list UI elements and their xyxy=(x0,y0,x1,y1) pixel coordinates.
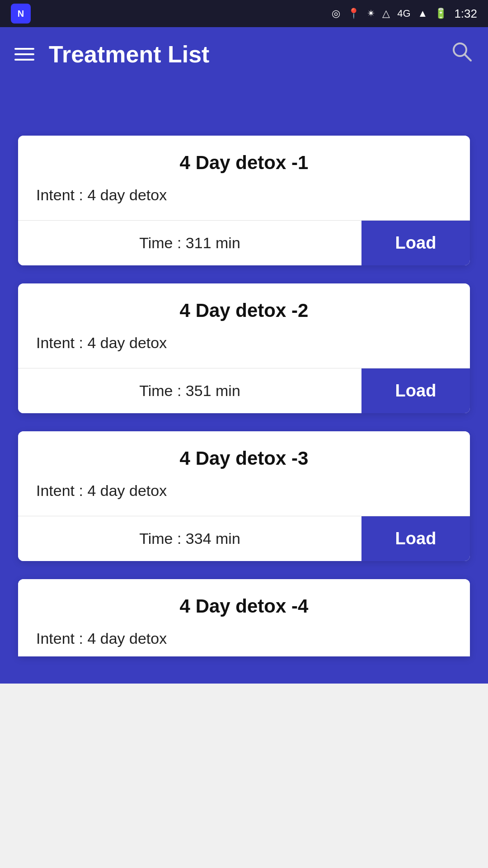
location-icon: 📍 xyxy=(347,8,360,19)
menu-button[interactable] xyxy=(14,48,34,61)
card-time-3: Time : 334 min xyxy=(18,516,361,561)
signal-strength-icon: ▲ xyxy=(418,8,428,19)
page-title: Treatment List xyxy=(49,41,450,68)
status-bar: N ◎ 📍 ✴ △ 4G ▲ 🔋 1:32 xyxy=(0,0,488,27)
card-intent-4: Intent : 4 day detox xyxy=(36,630,452,647)
bluetooth-icon: ✴ xyxy=(367,8,375,19)
battery-icon: 🔋 xyxy=(435,8,447,19)
status-bar-right: ◎ 📍 ✴ △ 4G ▲ 🔋 1:32 xyxy=(332,7,477,21)
card-body-2: 4 Day detox -2 Intent : 4 day detox xyxy=(18,283,470,368)
app-header: Treatment List xyxy=(0,27,488,81)
status-time: 1:32 xyxy=(454,7,477,21)
card-title-4: 4 Day detox -4 xyxy=(36,595,452,617)
card-body-3: 4 Day detox -3 Intent : 4 day detox xyxy=(18,431,470,516)
card-body-4: 4 Day detox -4 Intent : 4 day detox xyxy=(18,579,470,656)
card-footer-1: Time : 311 min Load xyxy=(18,220,470,265)
header-spacer xyxy=(0,81,488,136)
search-button[interactable] xyxy=(450,40,474,69)
signal-icon: △ xyxy=(382,8,390,19)
card-body-1: 4 Day detox -1 Intent : 4 day detox xyxy=(18,136,470,220)
card-intent-3: Intent : 4 day detox xyxy=(36,482,452,500)
load-button-1[interactable]: Load xyxy=(361,221,470,265)
card-title-1: 4 Day detox -1 xyxy=(36,152,452,174)
load-button-2[interactable]: Load xyxy=(361,368,470,413)
treatment-card-4: 4 Day detox -4 Intent : 4 day detox xyxy=(18,579,470,656)
load-button-3[interactable]: Load xyxy=(361,516,470,561)
treatment-card-2: 4 Day detox -2 Intent : 4 day detox Time… xyxy=(18,283,470,413)
status-bar-left: N xyxy=(11,4,31,24)
menu-line-3 xyxy=(14,59,34,61)
svg-line-1 xyxy=(465,54,471,61)
card-intent-1: Intent : 4 day detox xyxy=(36,186,452,204)
card-title-2: 4 Day detox -2 xyxy=(36,300,452,321)
4g-label: 4G xyxy=(397,8,410,19)
menu-line-2 xyxy=(14,53,34,55)
card-intent-2: Intent : 4 day detox xyxy=(36,334,452,352)
app-logo: N xyxy=(11,4,31,24)
treatment-card-3: 4 Day detox -3 Intent : 4 day detox Time… xyxy=(18,431,470,561)
treatment-card-1: 4 Day detox -1 Intent : 4 day detox Time… xyxy=(18,136,470,265)
card-footer-3: Time : 334 min Load xyxy=(18,516,470,561)
card-title-3: 4 Day detox -3 xyxy=(36,448,452,469)
menu-line-1 xyxy=(14,48,34,50)
card-time-1: Time : 311 min xyxy=(18,221,361,265)
main-content: 4 Day detox -1 Intent : 4 day detox Time… xyxy=(0,136,488,684)
card-time-2: Time : 351 min xyxy=(18,368,361,413)
card-footer-2: Time : 351 min Load xyxy=(18,368,470,413)
wifi-calling-icon: ◎ xyxy=(332,8,340,19)
